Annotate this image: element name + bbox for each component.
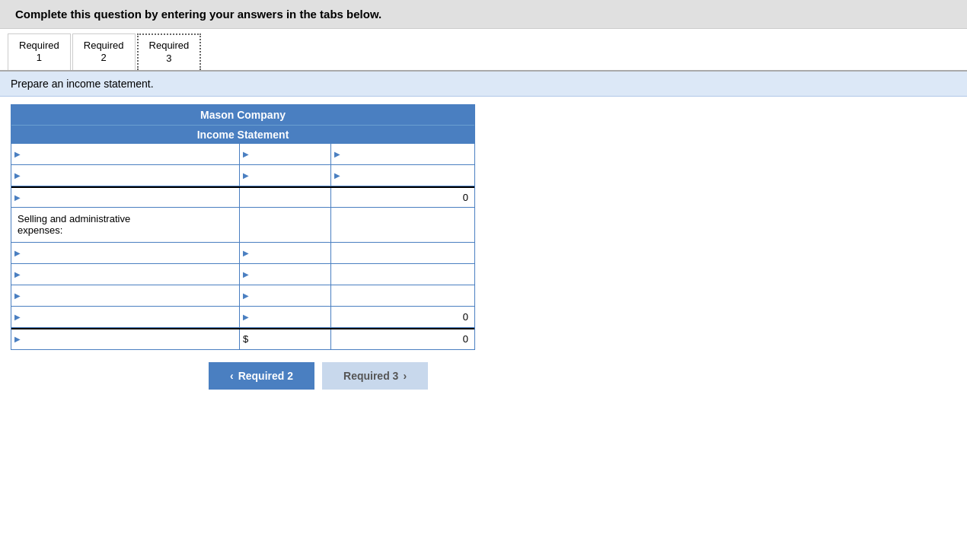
row6-middle-input[interactable] (251, 269, 327, 280)
row8-middle-cell: ▶ (240, 307, 331, 327)
table-subtitle: Income Statement (11, 125, 474, 144)
row3-value: 0 (334, 192, 471, 203)
row2-label-cell: ▶ (11, 165, 240, 186)
row8-arrow: ▶ (14, 313, 21, 321)
row3-arrow: ▶ (14, 193, 21, 202)
row5-right-cell (331, 243, 474, 263)
row1-label-input[interactable] (22, 148, 236, 160)
prev-button-label: Required 2 (238, 370, 293, 382)
row2-arrow: ▶ (14, 171, 21, 180)
row5-mid-arrow: ▶ (243, 249, 249, 257)
prev-button[interactable]: ‹ Required 2 (209, 362, 314, 390)
table-row: ▶ 0 (11, 186, 474, 208)
row9-middle-cell: $ (240, 329, 331, 349)
row3-label-cell: ▶ (11, 188, 240, 207)
row1-middle-cell: ▶ (240, 144, 331, 164)
row6-label-cell: ▶ (11, 264, 240, 285)
row1-label-cell: ▶ (11, 144, 240, 164)
row6-label-input[interactable] (22, 269, 236, 280)
row5-label-input[interactable] (22, 247, 236, 259)
row7-label-cell: ▶ (11, 285, 240, 306)
row7-label-input[interactable] (22, 290, 236, 301)
row5-middle-cell: ▶ (240, 243, 331, 263)
row5-arrow: ▶ (14, 249, 21, 257)
next-arrow-icon: › (403, 370, 407, 382)
table-row: ▶ ▶ (11, 264, 474, 285)
tab-1-line1: Required (19, 40, 59, 52)
row6-arrow: ▶ (14, 270, 21, 278)
row1-mid-arrow: ▶ (243, 150, 249, 158)
row2-right-cell: ▶ (331, 165, 474, 186)
row2-right-input[interactable] (342, 170, 471, 181)
row1-right-arrow: ▶ (334, 150, 340, 158)
row9-label-input[interactable] (22, 333, 236, 345)
row7-mid-arrow: ▶ (243, 291, 249, 300)
row8-mid-arrow: ▶ (243, 313, 249, 321)
row8-value: 0 (334, 311, 471, 323)
tab-required-2[interactable]: Required 2 (72, 33, 136, 70)
row9-right-cell: 0 (331, 329, 474, 349)
subheader-text: Prepare an income statement. (11, 78, 154, 90)
prev-arrow-icon: ‹ (230, 370, 234, 382)
row6-mid-arrow: ▶ (243, 270, 249, 278)
row7-middle-cell: ▶ (240, 285, 331, 306)
row8-label-input[interactable] (22, 311, 236, 323)
row4-middle-cell (240, 208, 331, 242)
instruction-bar: Complete this question by entering your … (0, 0, 967, 29)
row6-middle-cell: ▶ (240, 264, 331, 285)
row7-right-cell (331, 285, 474, 306)
tab-required-3[interactable]: Required 3 (137, 33, 202, 70)
row6-right-cell (331, 264, 474, 285)
row5-label-cell: ▶ (11, 243, 240, 263)
next-button[interactable]: Required 3 › (322, 362, 428, 390)
row1-right-input[interactable] (342, 148, 471, 160)
row3-middle-cell (240, 188, 331, 207)
tab-required-1[interactable]: Required 1 (8, 33, 71, 70)
table-row: ▶ ▶ (11, 285, 474, 307)
table-row: ▶ ▶ ▶ (11, 165, 474, 186)
row8-label-cell: ▶ (11, 307, 240, 327)
row8-middle-input[interactable] (251, 311, 327, 323)
page-wrapper: Complete this question by entering your … (0, 0, 967, 405)
tab-2-line2: 2 (101, 52, 107, 65)
row7-middle-input[interactable] (251, 290, 327, 301)
table-row: ▶ ▶ ▶ (11, 144, 474, 165)
next-button-label: Required 3 (343, 370, 398, 382)
table-title: Mason Company (11, 105, 474, 125)
tab-1-line2: 1 (37, 52, 42, 65)
row2-label-input[interactable] (22, 170, 236, 181)
income-body: ▶ ▶ ▶ ▶ (11, 144, 474, 349)
main-content: Mason Company Income Statement ▶ ▶ (0, 97, 967, 405)
tabs-row: Required 1 Required 2 Required 3 (0, 29, 967, 72)
table-row: ▶ $ 0 (11, 328, 474, 349)
instruction-text: Complete this question by entering your … (15, 8, 952, 21)
row3-middle-input[interactable] (243, 192, 327, 203)
row9-arrow: ▶ (14, 335, 21, 343)
row7-arrow: ▶ (14, 291, 21, 300)
row2-middle-cell: ▶ (240, 165, 331, 186)
row5-right-input[interactable] (334, 247, 471, 259)
row1-right-cell: ▶ (331, 144, 474, 164)
income-statement-table: Mason Company Income Statement ▶ ▶ (11, 104, 475, 350)
subheader: Prepare an income statement. (0, 72, 967, 97)
row7-right-input[interactable] (334, 290, 471, 301)
table-row: Selling and administrativeexpenses: (11, 208, 474, 243)
row2-mid-arrow: ▶ (243, 171, 249, 180)
row9-value: 0 (334, 333, 471, 345)
row9-label-cell: ▶ (11, 329, 240, 349)
row6-right-input[interactable] (334, 269, 471, 280)
bottom-nav: ‹ Required 2 Required 3 › (11, 362, 956, 390)
tab-2-line1: Required (84, 40, 124, 52)
row4-right-cell (331, 208, 474, 242)
row1-middle-input[interactable] (251, 148, 327, 160)
tab-3-line2: 3 (166, 52, 171, 65)
row2-middle-input[interactable] (251, 170, 327, 181)
row4-static-label: Selling and administrativeexpenses: (14, 211, 133, 238)
row8-right-cell: 0 (331, 307, 474, 327)
row1-arrow: ▶ (14, 150, 21, 158)
row5-middle-input[interactable] (251, 247, 327, 259)
table-row: ▶ ▶ 0 (11, 307, 474, 328)
tab-3-line1: Required (149, 40, 190, 52)
row3-label-input[interactable] (22, 192, 236, 203)
row9-dollar-sign: $ (243, 333, 250, 345)
